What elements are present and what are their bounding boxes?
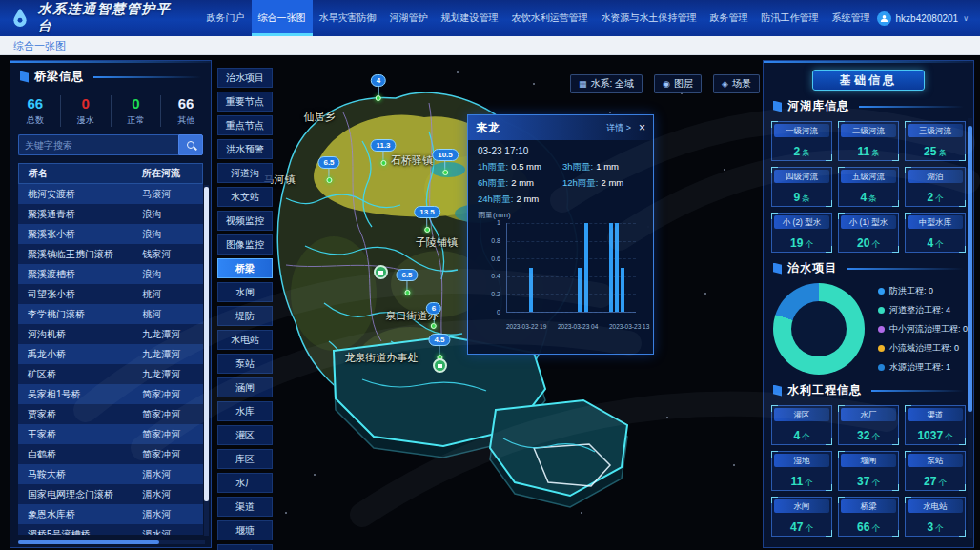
table-row[interactable]: 王家桥简家冲河 — [18, 424, 203, 444]
cell-river-name: 桃河 — [133, 284, 203, 304]
table-row[interactable]: 马鞍大桥湄水河 — [18, 464, 203, 484]
layer-menu-item-12[interactable]: 泵站 — [217, 354, 273, 374]
metric-value: 2 mm — [602, 177, 624, 188]
river-section-header: 河湖库信息 — [764, 91, 973, 119]
table-row[interactable]: 禹龙小桥九龙潭河 — [18, 344, 203, 364]
table-row[interactable]: 桃河安渡桥马滚河 — [18, 184, 203, 204]
layer-menu-item-9[interactable]: 水闸 — [217, 282, 273, 302]
table-row[interactable]: 司望张小桥桃河 — [18, 284, 203, 304]
layer-menu-item-1[interactable]: 重要节点 — [217, 92, 273, 112]
cell-bridge-name: 贾家桥 — [18, 404, 133, 424]
layer-menu-item-0[interactable]: 治水项目 — [217, 68, 273, 88]
cell-river-name: 简家冲河 — [133, 404, 203, 424]
table-row[interactable]: 白鹤桥简家冲河 — [18, 444, 203, 464]
popup-detail-link[interactable]: 详情 > — [606, 122, 631, 134]
layer-menu-item-14[interactable]: 水库 — [217, 401, 273, 421]
table-row[interactable]: 聚溪镇临王携门滚桥钱家河 — [18, 244, 203, 264]
nav-item-1[interactable]: 综合一张图 — [252, 0, 313, 36]
works-card-4: 堰闸37个 — [838, 451, 899, 491]
search-input[interactable] — [18, 134, 178, 155]
section-notch-icon — [773, 263, 782, 275]
scrollbar-thumb[interactable] — [18, 540, 159, 544]
rainfall-metrics: 1h雨量:0.5 mm3h雨量:1 mm6h雨量:2 mm12h雨量:2 mm2… — [478, 161, 643, 206]
table-row[interactable]: 李学桃门滚桥桃河 — [18, 304, 203, 324]
layer-menu-item-13[interactable]: 涵闸 — [217, 377, 273, 397]
table-row[interactable]: 河沟机桥九龙潭河 — [18, 324, 203, 344]
table-row[interactable]: 湄桥5号滚槽桥湄水河 — [18, 524, 203, 535]
close-icon[interactable]: × — [639, 122, 645, 133]
layer-menu-item-10[interactable]: 堤防 — [217, 306, 273, 326]
table-row[interactable]: 国家电网理念门滚桥湄水河 — [18, 484, 203, 504]
user-chip[interactable]: hkzb42080201 ∨ — [877, 11, 969, 26]
layer-menu-item-2[interactable]: 重点节点 — [217, 115, 273, 135]
water-level-marker[interactable]: 6 — [426, 302, 441, 329]
section-notch-icon — [773, 101, 782, 112]
card-label: 四级河流 — [774, 170, 829, 183]
panel-scrollbar[interactable] — [968, 118, 972, 538]
stat-label: 正常 — [112, 114, 161, 127]
table-row[interactable]: 聚溪张小桥浪沟 — [18, 224, 203, 244]
cell-bridge-name: 国家电网理念门滚桥 — [18, 484, 133, 504]
x-tick-label: 2023-03-22 19 — [506, 323, 546, 330]
table-row[interactable]: 聚溪通青桥浪沟 — [18, 204, 203, 224]
layer-menu-item-18[interactable]: 渠道 — [217, 497, 273, 517]
camera-marker-icon[interactable] — [374, 265, 388, 279]
table-row[interactable]: 聚溪渡槽桥浪沟 — [18, 264, 203, 284]
nav-item-8[interactable]: 防汛工作管理 — [755, 0, 826, 36]
table-row[interactable]: 矿区桥九龙潭河 — [18, 364, 203, 384]
table-scrollbar-vertical[interactable] — [204, 185, 209, 536]
works-card-1: 水厂32个 — [838, 405, 899, 445]
rainfall-chart: 雨量(mm) 10.80.60.40.202023-03-22 192023-0… — [478, 210, 643, 332]
table-row[interactable]: 象恩水库桥湄水河 — [18, 504, 203, 524]
nav-item-6[interactable]: 水资源与水土保持管理 — [595, 0, 704, 36]
search-button[interactable] — [178, 134, 203, 155]
bridge-table-header: 桥名 所在河流 — [18, 163, 203, 184]
card-value: 1037个 — [908, 426, 963, 443]
station-popup: 来龙 详情 > × 03-23 17:10 1h雨量:0.5 mm3h雨量:1 … — [467, 114, 654, 355]
water-level-marker[interactable]: 13.5 — [414, 206, 440, 233]
scrollbar-thumb[interactable] — [204, 187, 209, 501]
camera-marker-icon[interactable] — [433, 358, 447, 373]
map-control-0[interactable]: ▦水系: 全域 — [570, 74, 643, 93]
table-scrollbar-horizontal[interactable] — [18, 540, 205, 544]
marker-dot — [431, 323, 437, 329]
layer-menu-item-16[interactable]: 库区 — [217, 449, 273, 469]
layer-menu-item-20[interactable]: 湿地 — [217, 544, 273, 550]
layer-menu-item-8[interactable]: 桥梁 — [217, 258, 273, 278]
table-row[interactable]: 吴家相1号桥简家冲河 — [18, 384, 203, 404]
nav-item-3[interactable]: 河湖管护 — [383, 0, 435, 36]
layer-menu-item-19[interactable]: 堰塘 — [217, 520, 273, 540]
marker-dot — [442, 170, 448, 175]
nav-item-4[interactable]: 规划建设管理 — [435, 0, 505, 36]
water-level-marker[interactable]: 6.5 — [396, 269, 418, 295]
nav-item-0[interactable]: 政务门户 — [200, 0, 252, 36]
cell-river-name: 简家冲河 — [133, 444, 203, 464]
water-level-marker[interactable]: 11.3 — [370, 139, 396, 166]
x-tick-label: 2023-03-23 13 — [609, 323, 649, 330]
layer-menu-item-4[interactable]: 河道沟 — [217, 163, 273, 183]
scrollbar-thumb[interactable] — [968, 126, 972, 412]
nav-item-5[interactable]: 农饮水利运营管理 — [505, 0, 595, 36]
water-level-marker[interactable]: 6.5 — [317, 156, 339, 183]
main-area: 仙居乡石桥驿镇马河镇子陵铺镇泉口街道办龙泉街道办事处 46.511.310.51… — [0, 55, 980, 550]
map-control-1[interactable]: ◉图层 — [654, 74, 702, 93]
layer-menu-item-7[interactable]: 图像监控 — [217, 234, 273, 255]
layer-menu-item-17[interactable]: 水厂 — [217, 473, 273, 493]
water-level-marker[interactable]: 4.5 — [428, 334, 450, 360]
nav-item-9[interactable]: 系统管理 — [826, 0, 877, 36]
layer-menu-item-15[interactable]: 灌区 — [217, 425, 273, 445]
table-row[interactable]: 贾家桥简家冲河 — [18, 404, 203, 424]
layer-menu-item-11[interactable]: 水电站 — [217, 330, 273, 350]
camera-glyph — [438, 364, 442, 368]
map-control-label: 图层 — [674, 77, 693, 91]
water-level-marker[interactable]: 4 — [371, 74, 386, 101]
water-level-marker[interactable]: 10.5 — [432, 149, 459, 175]
layer-menu-item-3[interactable]: 洪水预警 — [217, 139, 273, 159]
card-number: 2 — [793, 145, 800, 158]
nav-item-2[interactable]: 水旱灾害防御 — [313, 0, 383, 36]
nav-item-7[interactable]: 政务管理 — [704, 0, 755, 36]
layer-menu-item-5[interactable]: 水文站 — [217, 187, 273, 207]
map-control-2[interactable]: ◈场景 — [713, 74, 760, 93]
layer-menu-item-6[interactable]: 视频监控 — [217, 211, 273, 231]
basic-info-panel: 基础信息 河湖库信息 一级河流2条二级河流11条三级河流25条四级河流9条五级河… — [763, 60, 974, 548]
